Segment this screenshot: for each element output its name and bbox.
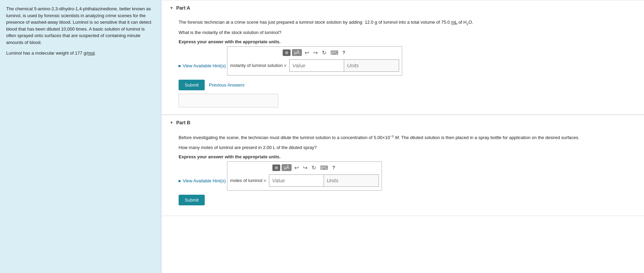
section-a-hint-link[interactable]: ▶ View Available Hint(s) — [179, 63, 226, 68]
toolbar-b-undo-button[interactable]: ↩ — [293, 164, 300, 172]
hint-b-arrow-icon: ▶ — [179, 179, 181, 183]
toolbar-b-grid-button[interactable]: ⊞ — [272, 164, 280, 171]
section-a-input-row: molarity of luminol solution = — [230, 59, 399, 72]
section-a-feedback-box — [179, 94, 278, 107]
section-b-submit-button[interactable]: Submit — [179, 195, 205, 205]
section-a-units-input[interactable] — [344, 59, 399, 72]
section-b-value-input[interactable] — [269, 174, 324, 187]
section-b-arrow: ▼ — [170, 121, 173, 125]
section-a-input-label: molarity of luminol solution = — [230, 63, 286, 68]
section-a-value-input[interactable] — [289, 59, 344, 72]
section-a-toolbar: ⊞ μÅ ↩ ↪ ↻ ⌨ ? — [230, 49, 399, 57]
section-a-prev-answers-link[interactable]: Previous Answers — [209, 82, 244, 88]
section-b-title: Part B — [176, 120, 190, 125]
intro-paragraph-2: Luminol has a molecular weight of 177 g/… — [6, 50, 155, 57]
toolbar-a-undo-button[interactable]: ↩ — [303, 49, 310, 57]
toolbar-b-refresh-button[interactable]: ↻ — [310, 164, 317, 172]
section-b-body: Before investigating the scene, the tech… — [161, 130, 644, 216]
section-a-question2: What is the molarity of the stock soluti… — [179, 29, 627, 36]
section-a-submit-button[interactable]: Submit — [179, 80, 205, 90]
section-a-arrow: ▼ — [170, 6, 173, 10]
toolbar-b-mu-button[interactable]: μÅ — [282, 164, 292, 171]
section-a-answer-box: ⊞ μÅ ↩ ↪ ↻ ⌨ ? molarity of luminol solut… — [227, 46, 402, 76]
section-part-b: ▼ Part B Before investigating the scene,… — [161, 115, 644, 216]
toolbar-b-keyboard-button[interactable]: ⌨ — [319, 164, 329, 172]
section-b-action-row: Submit — [179, 195, 627, 205]
intro-paragraph-1: The chemical 5-amino-2,3-dihydro-1,4-pht… — [6, 5, 155, 46]
section-b-input-label: moles of luminol = — [230, 178, 266, 183]
section-b-express: Express your answer with the appropriate… — [179, 154, 627, 159]
section-a-header[interactable]: ▼ Part A — [161, 0, 644, 15]
toolbar-a-mu-button[interactable]: μÅ — [292, 49, 302, 56]
toolbar-b-redo-button[interactable]: ↪ — [302, 164, 309, 172]
toolbar-a-refresh-button[interactable]: ↻ — [320, 49, 328, 57]
hint-arrow-icon: ▶ — [179, 64, 181, 68]
section-b-units-input[interactable] — [324, 174, 379, 187]
toolbar-a-keyboard-button[interactable]: ⌨ — [329, 49, 340, 57]
section-b-question2: How many moles of luminol are present in… — [179, 144, 627, 151]
section-a-express: Express your answer with the appropriate… — [179, 39, 627, 44]
section-b-answer-box: ⊞ μÅ ↩ ↪ ↻ ⌨ ? moles of luminol = — [227, 161, 382, 191]
toolbar-a-redo-button[interactable]: ↪ — [312, 49, 319, 57]
section-b-toolbar: ⊞ μÅ ↩ ↪ ↻ ⌨ ? — [230, 164, 379, 172]
right-panel: ▼ Part A The forensic technician at a cr… — [161, 0, 644, 273]
section-a-question1: The forensic technician at a crime scene… — [179, 19, 627, 26]
left-panel: The chemical 5-amino-2,3-dihydro-1,4-pht… — [0, 0, 161, 273]
section-b-question1: Before investigating the scene, the tech… — [179, 134, 627, 141]
section-part-a: ▼ Part A The forensic technician at a cr… — [161, 0, 644, 115]
section-a-action-row: Submit Previous Answers — [179, 80, 627, 90]
section-b-hint-link[interactable]: ▶ View Available Hint(s) — [179, 178, 226, 183]
toolbar-a-grid-button[interactable]: ⊞ — [283, 49, 291, 56]
section-a-title: Part A — [176, 5, 190, 11]
section-a-body: The forensic technician at a crime scene… — [161, 15, 644, 114]
toolbar-b-help-button[interactable]: ? — [331, 164, 337, 171]
toolbar-a-help-button[interactable]: ? — [341, 49, 347, 56]
section-b-input-row: moles of luminol = — [230, 174, 379, 187]
section-b-header[interactable]: ▼ Part B — [161, 115, 644, 130]
